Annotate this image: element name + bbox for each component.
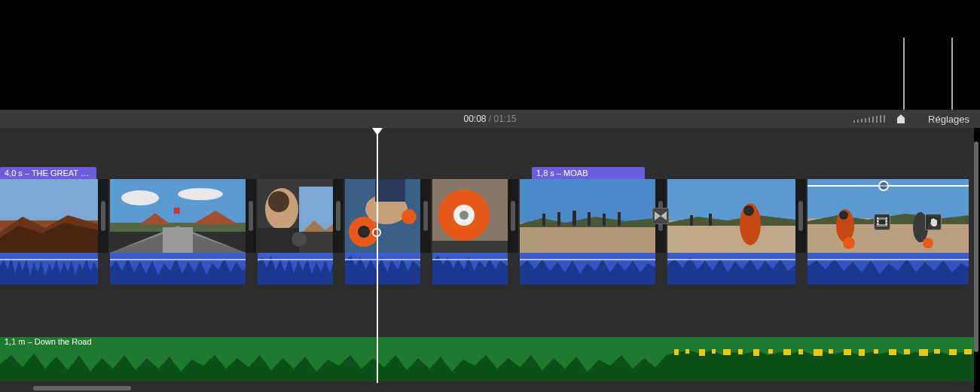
video-clip[interactable] [0,179,98,284]
horizontal-scrollbar[interactable] [33,386,131,390]
svg-rect-73 [753,349,759,356]
clip-thumbnail [432,179,508,253]
zoom-thumb[interactable] [897,114,905,123]
svg-rect-80 [859,349,865,356]
svg-rect-85 [934,349,940,354]
video-clip[interactable] [667,179,795,284]
svg-rect-37 [572,211,576,226]
volume-line[interactable] [520,259,655,260]
svg-rect-59 [877,220,878,222]
zoom-slider[interactable] [853,114,905,123]
svg-rect-57 [878,219,886,225]
clip-audio-waveform[interactable] [667,253,795,284]
video-clip[interactable] [808,179,969,284]
svg-rect-47 [709,214,712,226]
svg-point-52 [839,211,848,220]
svg-rect-46 [690,215,693,226]
svg-rect-71 [723,349,731,355]
volume-line[interactable] [667,259,795,260]
audio-track[interactable]: 1,1 m – Down the Road [0,337,974,381]
vertical-scrollbar[interactable] [974,141,978,374]
clip-title-badge[interactable]: 1,8 s – MOAB [532,167,645,179]
svg-rect-82 [889,349,896,355]
svg-rect-79 [844,349,851,355]
svg-point-23 [358,226,370,238]
clip-keyframe-dot[interactable] [878,181,889,191]
volume-line[interactable] [0,259,98,260]
video-clip[interactable] [258,179,333,284]
video-clip[interactable] [432,179,508,284]
volume-line[interactable] [808,259,969,260]
callout-line-settings [951,38,953,110]
svg-rect-84 [919,349,928,356]
svg-rect-63 [886,223,887,225]
cross-dissolve-icon[interactable] [652,208,669,224]
transition-handle[interactable] [655,179,666,253]
vertical-scrollbar-thumb[interactable] [974,141,978,352]
transition-handle[interactable] [795,179,806,253]
clip-audio-waveform[interactable] [110,253,246,284]
clip-audio-waveform[interactable] [0,253,98,284]
clip-audio-waveform[interactable] [432,253,508,284]
callout-line-zoom [903,38,905,110]
video-clip[interactable] [345,179,420,284]
playhead-clip-marker[interactable] [372,228,381,237]
transition-handle[interactable] [420,179,431,253]
clip-thumbnail [520,179,655,253]
svg-point-6 [178,188,223,200]
clip-audio-waveform[interactable] [520,253,655,284]
audio-track-title: 1,1 m – Down the Road [5,337,92,346]
volume-line[interactable] [110,259,246,260]
transition-handle[interactable] [333,179,343,253]
svg-rect-13 [174,208,180,214]
svg-rect-75 [783,349,791,355]
clip-thumbnail [0,179,98,253]
svg-rect-0 [0,179,98,220]
time-display: 00:08 / 01:15 [463,114,516,124]
hand-stabilize-icon[interactable] [925,214,942,230]
settings-button[interactable]: Réglages [928,114,969,125]
clip-audio-waveform[interactable] [808,253,969,284]
filmstrip-icon[interactable] [874,214,890,230]
svg-marker-64 [655,211,661,220]
video-clip[interactable] [520,179,655,284]
svg-rect-60 [877,223,878,225]
volume-line[interactable] [432,259,508,260]
svg-rect-77 [814,349,823,356]
svg-point-5 [121,190,159,205]
transition-handle[interactable] [246,179,256,253]
transition-handle[interactable] [508,179,518,253]
svg-rect-40 [618,212,621,226]
svg-rect-31 [432,241,508,253]
svg-rect-38 [588,212,591,226]
svg-rect-25 [375,179,405,202]
svg-rect-69 [699,349,705,356]
svg-rect-39 [603,214,606,226]
clip-thumbnail [345,179,420,253]
svg-rect-74 [768,349,773,354]
clip-title-badge[interactable]: 4,0 s – THE GREAT SK... [0,167,96,179]
svg-point-55 [923,238,933,248]
svg-rect-72 [738,349,743,354]
svg-point-53 [843,237,855,249]
volume-line[interactable] [258,259,333,260]
clip-thumbnail [110,179,246,253]
svg-rect-76 [798,349,803,354]
audio-waveform[interactable] [0,349,974,381]
volume-line[interactable] [345,259,420,260]
svg-rect-61 [886,217,887,219]
clip-thumbnail [667,179,795,253]
svg-rect-70 [712,349,716,354]
clip-audio-waveform[interactable] [258,253,333,284]
time-separator: / [486,114,493,124]
svg-point-18 [268,191,289,212]
svg-rect-87 [964,349,972,354]
clip-audio-waveform[interactable] [345,253,420,284]
transition-handle[interactable] [98,179,108,253]
svg-rect-58 [877,217,878,219]
svg-point-30 [459,211,469,220]
time-current: 00:08 [463,114,486,124]
svg-point-45 [743,205,754,216]
video-clip[interactable] [110,179,246,284]
svg-rect-62 [886,220,887,222]
